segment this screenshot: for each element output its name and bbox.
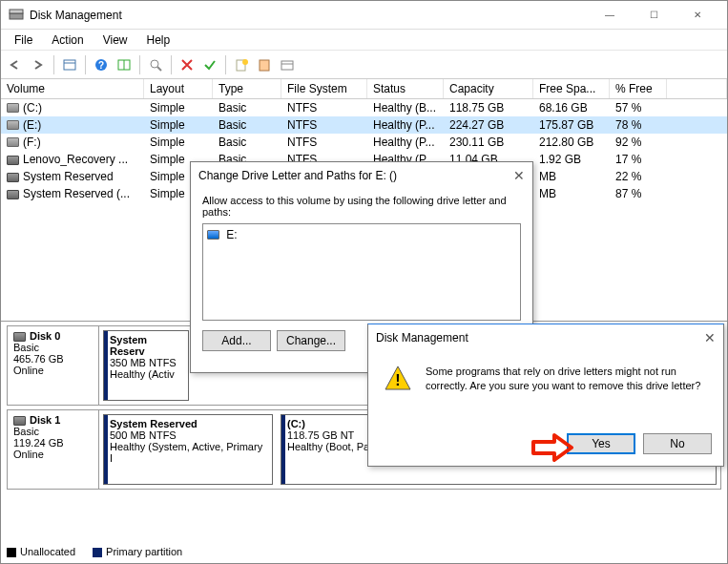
- new-button[interactable]: [231, 54, 252, 75]
- legend-unallocated-label: Unallocated: [20, 546, 75, 557]
- volume-icon: [7, 103, 19, 113]
- legend-primary-label: Primary partition: [106, 546, 182, 557]
- legend-unallocated-swatch: [7, 548, 16, 557]
- svg-rect-12: [260, 60, 269, 71]
- confirm-message: Some programs that rely on drive letters…: [426, 365, 708, 394]
- warning-icon: !: [384, 365, 412, 394]
- svg-text:!: !: [395, 372, 400, 388]
- svg-rect-2: [64, 60, 75, 70]
- svg-point-8: [151, 60, 158, 68]
- col-capacity[interactable]: Capacity: [444, 79, 533, 98]
- add-button[interactable]: Add...: [202, 330, 271, 351]
- volume-row[interactable]: (E:)SimpleBasicNTFSHealthy (P...224.27 G…: [1, 116, 727, 134]
- col-status[interactable]: Status: [367, 79, 444, 98]
- volume-icon: [7, 137, 19, 147]
- dialog-prompt: Allow access to this volume by using the…: [202, 195, 521, 218]
- disk-label: Disk 1Basic119.24 GBOnline: [8, 410, 99, 489]
- svg-line-9: [157, 67, 161, 71]
- dialog-title: Change Drive Letter and Paths for E: (): [198, 169, 397, 182]
- partition[interactable]: System Reserv350 MB NTFSHealthy (Activ: [103, 330, 189, 401]
- confirm-titlebar: Disk Management ✕: [368, 324, 723, 351]
- volume-icon: [7, 173, 19, 182]
- col-free[interactable]: Free Spa...: [533, 79, 610, 98]
- dialog-titlebar: Change Drive Letter and Paths for E: () …: [191, 162, 532, 189]
- change-button[interactable]: Change...: [277, 330, 345, 351]
- close-button[interactable]: ✕: [676, 1, 719, 30]
- col-filesystem[interactable]: File System: [281, 79, 367, 98]
- toolbar: ?: [1, 51, 727, 79]
- yes-button[interactable]: Yes: [567, 433, 635, 454]
- back-button[interactable]: [5, 54, 26, 75]
- svg-rect-13: [281, 61, 293, 70]
- titlebar: Disk Management — ☐ ✕: [1, 1, 727, 30]
- svg-text:?: ?: [98, 60, 104, 71]
- no-button[interactable]: No: [643, 433, 712, 454]
- help-button[interactable]: ?: [91, 54, 112, 75]
- volume-icon: [7, 190, 19, 199]
- menu-help[interactable]: Help: [137, 31, 180, 49]
- check-button[interactable]: [199, 54, 220, 75]
- partition[interactable]: System Reserved500 MB NTFSHealthy (Syste…: [103, 414, 273, 485]
- properties-button[interactable]: [254, 54, 275, 75]
- app-icon: [9, 8, 24, 23]
- disk-icon: [13, 416, 26, 426]
- svg-rect-1: [10, 10, 23, 13]
- volume-row[interactable]: (F:)SimpleBasicNTFSHealthy (P...230.11 G…: [1, 134, 727, 151]
- volume-row[interactable]: (C:)SimpleBasicNTFSHealthy (B...118.75 G…: [1, 99, 727, 116]
- minimize-button[interactable]: —: [588, 1, 632, 30]
- confirm-close-button[interactable]: ✕: [704, 330, 716, 345]
- delete-button[interactable]: [177, 54, 198, 75]
- find-button[interactable]: [145, 54, 166, 75]
- drive-letter-item: E:: [226, 228, 237, 241]
- col-layout[interactable]: Layout: [144, 79, 213, 98]
- drive-letter-listbox[interactable]: E:: [202, 223, 521, 321]
- volume-list-header: Volume Layout Type File System Status Ca…: [1, 79, 727, 99]
- refresh-button[interactable]: [114, 54, 135, 75]
- dialog-close-button[interactable]: ✕: [513, 168, 525, 183]
- volume-icon: [7, 156, 19, 165]
- menu-view[interactable]: View: [94, 31, 137, 49]
- menu-action[interactable]: Action: [42, 31, 93, 49]
- menubar: File Action View Help: [1, 30, 727, 51]
- svg-rect-0: [10, 13, 23, 19]
- view-button[interactable]: [59, 54, 80, 75]
- maximize-button[interactable]: ☐: [632, 1, 676, 30]
- disk-label: Disk 0Basic465.76 GBOnline: [8, 326, 99, 405]
- disk-icon: [13, 332, 26, 342]
- col-type[interactable]: Type: [213, 79, 281, 98]
- svg-point-11: [242, 59, 248, 65]
- disk-management-window: Disk Management — ☐ ✕ File Action View H…: [0, 0, 728, 564]
- col-volume[interactable]: Volume: [1, 79, 144, 98]
- confirm-title: Disk Management: [376, 331, 468, 345]
- menu-file[interactable]: File: [5, 31, 42, 49]
- confirm-dialog: Disk Management ✕ ! Some programs that r…: [367, 324, 724, 467]
- legend-primary-swatch: [93, 548, 102, 557]
- legend: Unallocated Primary partition: [7, 546, 182, 557]
- forward-button[interactable]: [28, 54, 49, 75]
- drive-icon: [207, 230, 219, 240]
- volume-icon: [7, 120, 19, 130]
- settings-button[interactable]: [277, 54, 298, 75]
- col-percent[interactable]: % Free: [610, 79, 667, 98]
- window-title: Disk Management: [30, 9, 588, 22]
